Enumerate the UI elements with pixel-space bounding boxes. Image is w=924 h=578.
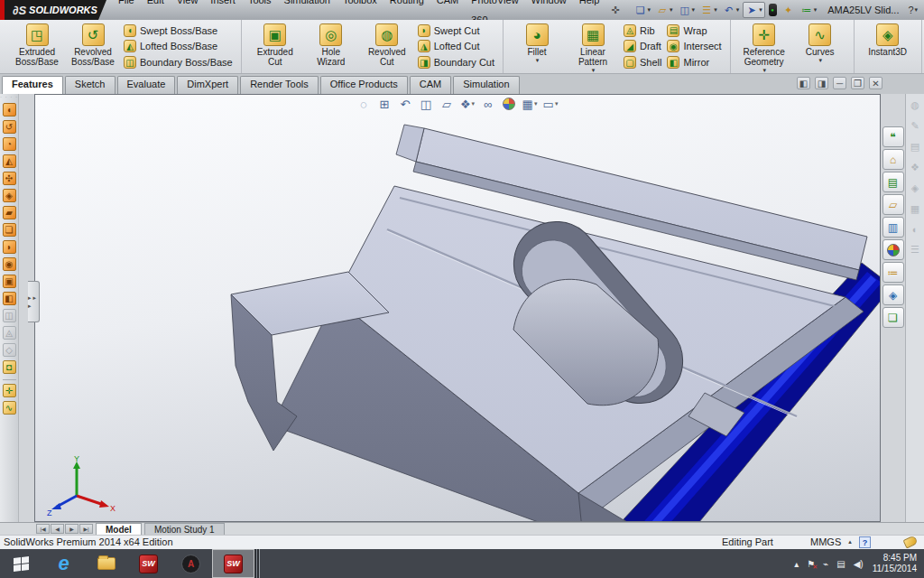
boundary-cut-button[interactable]: ◨Boundary Cut [418,55,494,70]
model-tab-nav-1[interactable]: |◀ [36,524,50,534]
tray-action-center-icon[interactable]: ⚑✕ [807,559,815,569]
tray-volume-icon[interactable]: ◀) [854,559,864,569]
status-help-icon[interactable]: ? [859,536,871,548]
taskbar-solidworks[interactable]: SW [127,549,170,578]
base-flange-icon[interactable]: ❏ [3,223,16,237]
pin-menu-icon[interactable]: ✜ [605,5,624,16]
tab-office-products[interactable]: Office Products [320,76,408,94]
pane-collapsed-icon-2[interactable]: ✎ [910,120,919,132]
design-library-home-icon[interactable]: ⌂ [882,149,904,170]
drive-works-icon[interactable]: ◈ [882,284,904,305]
hole-wizard-button[interactable]: ◎HoleWizard [303,21,359,72]
edit-appearance-button[interactable] [501,96,517,112]
tab-render-tools[interactable]: Render Tools [240,76,319,94]
lofted-cut-button[interactable]: ◮Lofted Cut [418,39,494,54]
annotation-view-button[interactable]: ▱ [439,96,455,112]
model-tab-nav-2[interactable]: ◀ [51,524,64,534]
pane-collapsed-icon-4[interactable]: ❖ [910,162,919,173]
taskbar-file-explorer[interactable] [85,549,127,578]
swept-icon[interactable]: ◖ [3,103,16,117]
zoom-to-area-button[interactable]: ⊞ [376,96,393,112]
tab-model[interactable]: Model [96,523,142,535]
curves-button[interactable]: ∿Curves▾ [792,21,848,72]
mirror-button[interactable]: ◧Mirror [667,55,721,70]
appearances-scenes-icon[interactable] [882,239,904,260]
lofted-boss-base-button[interactable]: ◭Lofted Boss/Base [124,39,233,54]
pane-collapsed-icon-7[interactable]: ◐ [912,224,919,235]
reference-geometry-button[interactable]: ✛ReferenceGeometry▾ [736,21,792,72]
taskbar-clock[interactable]: 8:45 PM 11/15/2014 [873,553,917,574]
plane-icon[interactable]: ◈ [3,189,16,202]
tab-motion-study-1[interactable]: Motion Study 1 [144,523,225,535]
rib-tool-icon[interactable]: ◧ [3,292,16,305]
bend-icon[interactable]: ◗ [3,240,16,254]
tray-power-icon[interactable]: ⌁ [823,559,828,569]
section-view-button[interactable]: ◫ [418,96,434,112]
start-button[interactable] [0,549,42,578]
surface-icon[interactable]: ▰ [3,206,16,219]
loft-icon[interactable]: ◭ [3,154,16,168]
reference-geometry-icon[interactable]: ✛ [3,384,16,397]
extruded-cut-button[interactable]: ▣ExtrudedCut [247,21,303,72]
tab-features[interactable]: Features [2,76,63,94]
view-orientation-button[interactable]: ❖▾ [459,96,476,112]
file-properties-button[interactable]: ≔▾ [799,3,819,17]
revolved-boss-base-button[interactable]: ↺RevolvedBoss/Base [65,21,121,72]
units-selector[interactable]: MMGS ▴ [810,536,852,547]
display-style-button[interactable]: ∞ [480,96,496,112]
swept-cut-button[interactable]: ◗Swept Cut [418,23,494,38]
pane-collapsed-icon-3[interactable]: ▤ [910,141,919,153]
taskbar-solidworks-active[interactable]: SW [212,549,254,578]
pane-collapsed-icon-8[interactable]: ☰ [910,244,919,256]
tab-sketch[interactable]: Sketch [65,76,116,94]
doc-minimize-button[interactable]: ─ [833,77,846,89]
revolved-cut-button[interactable]: ◍RevolvedCut [359,21,415,72]
help-button[interactable]: ?▾ [908,5,918,15]
design-library-icon[interactable]: ▤ [882,172,904,192]
delete-face-icon[interactable]: ◉ [3,257,16,271]
doc-restore-button[interactable]: ❐ [851,77,864,89]
select-button[interactable]: ➤▾ [743,2,765,18]
draft-button[interactable]: ◢Draft [624,39,661,54]
taskbar-app-dark-circle[interactable]: A [170,549,212,578]
wrap-button[interactable]: ▤Wrap [667,23,721,38]
pattern-icon[interactable]: ✣ [3,172,16,185]
tray-chevron-icon[interactable]: ▴ [794,559,799,569]
pane-collapsed-icon-1[interactable]: ◍ [910,99,919,111]
view-palette-icon[interactable]: ▥ [882,217,904,238]
fillet-button[interactable]: ◕Fillet▾ [509,21,565,72]
document-preview-icon[interactable]: ❏ [882,307,904,328]
options-button[interactable]: ✦ [781,3,797,17]
pane-collapsed-icon-6[interactable]: ▦ [910,203,919,215]
instant3d-button[interactable]: ◈Instant3D [860,21,916,72]
shell-tool-icon[interactable]: ◘ [3,360,16,374]
boundary-boss-base-button[interactable]: ◫Boundary Boss/Base [124,55,233,70]
pane-collapsed-icon-5[interactable]: ◈ [911,182,919,194]
curves-icon[interactable]: ∿ [3,401,16,415]
rebuild-button[interactable]: ● [767,3,779,17]
file-explorer-icon[interactable]: ▱ [882,194,904,215]
intersect-button[interactable]: ◉Intersect [667,39,721,54]
save-button[interactable]: ◫▾ [677,3,698,17]
solidworks-resources-icon[interactable]: ❝ [882,126,904,147]
toolbar-grip[interactable]: · · · · [0,95,18,99]
tab-simulation[interactable]: Simulation [453,76,519,94]
status-tag-icon[interactable] [903,536,919,549]
linear-pattern-button[interactable]: ▦LinearPattern▾ [565,21,621,72]
tray-network-icon[interactable]: ▤ [836,559,845,569]
zoom-to-fit-button[interactable]: ◌ [356,96,372,112]
custom-properties-icon[interactable]: ≔ [882,262,904,283]
new-document-button[interactable]: ❏▾ [633,3,653,17]
graphics-viewport[interactable]: Y X Z ◌⊞↶◫▱❖▾∞▦▾▭▾ [34,94,881,522]
box-feature-icon[interactable]: ▣ [3,275,16,288]
tab-dimxpert[interactable]: DimXpert [177,76,238,94]
taskbar-internet-explorer[interactable]: e [42,549,85,578]
tab-evaluate[interactable]: Evaluate [117,76,176,94]
extruded-boss-base-button[interactable]: ◳ExtrudedBoss/Base [9,21,65,72]
print-button[interactable]: ☰▾ [698,3,719,17]
undo-button[interactable]: ↶▾ [721,3,742,17]
apply-scene-button[interactable]: ▦▾ [522,96,538,112]
open-button[interactable]: ▱▾ [654,3,675,17]
revolve-icon[interactable]: ↺ [3,120,16,134]
model-tab-nav-4[interactable]: ▶| [79,524,93,534]
